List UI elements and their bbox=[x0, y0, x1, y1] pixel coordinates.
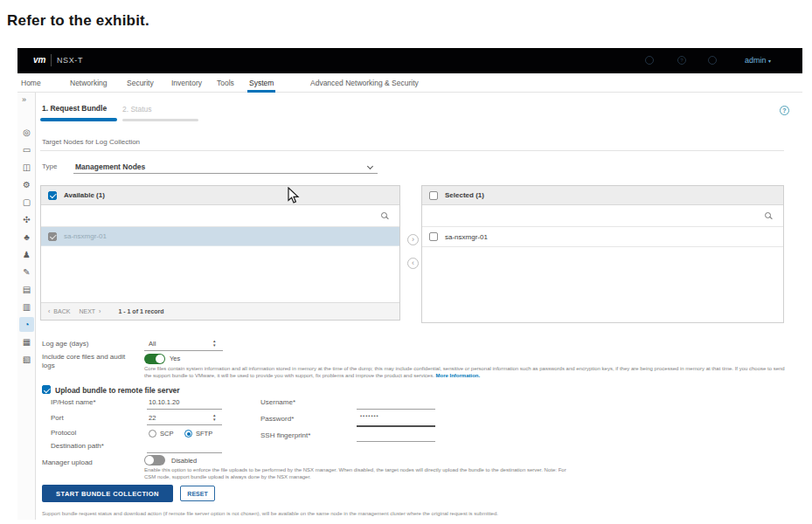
stepper-down-icon[interactable]: ▾ bbox=[213, 417, 216, 422]
port-stepper[interactable]: ▴ ▾ bbox=[213, 413, 216, 421]
get-started-icon[interactable]: ◫ bbox=[19, 160, 34, 175]
log-age-stepper[interactable]: ▴ ▾ bbox=[213, 339, 216, 347]
ip-host-underline bbox=[147, 409, 222, 410]
toggle-knob bbox=[156, 355, 164, 363]
product-name: NSX-T bbox=[57, 56, 83, 65]
ip-host-input[interactable]: 10.10.1.20 bbox=[149, 398, 179, 406]
support-bundle-icon[interactable]: ◔ bbox=[19, 317, 34, 332]
footer-note: Support bundle request status and downlo… bbox=[42, 511, 767, 516]
reset-button[interactable]: RESET bbox=[180, 486, 215, 501]
tab-advanced-networking-security[interactable]: Advanced Networking & Security bbox=[310, 73, 419, 93]
users-icon[interactable]: ♟ bbox=[19, 247, 34, 262]
protocol-scp-label: SCP bbox=[160, 430, 173, 438]
protocol-scp-radio[interactable] bbox=[149, 430, 156, 438]
overview-icon[interactable]: ◎ bbox=[19, 125, 34, 140]
customer-program-icon[interactable]: ▦ bbox=[19, 334, 34, 349]
selected-node-name: sa-nsxmgr-01 bbox=[445, 233, 488, 241]
destination-path-label: Destination path* bbox=[51, 442, 104, 450]
main-nav: Home Networking Security Inventory Tools… bbox=[17, 73, 802, 93]
available-search-input[interactable] bbox=[41, 205, 399, 227]
migrate-icon[interactable]: ▥ bbox=[19, 300, 34, 314]
backup-restore-icon[interactable]: ✎ bbox=[19, 265, 34, 279]
upgrade-icon[interactable]: ▤ bbox=[19, 282, 34, 297]
sidebar: » ◎ ▭ ◫ ⚙ ▢ ✣ ♣ ♟ ✎ ▤ ▥ ◔ ▦ ▧ bbox=[17, 93, 36, 520]
username-label: Username* bbox=[260, 398, 295, 406]
destination-path-input[interactable] bbox=[147, 452, 222, 453]
password-underline bbox=[357, 425, 435, 427]
log-age-input[interactable]: All bbox=[149, 340, 156, 348]
selected-panel: Selected (1) sa-nsxmgr-01 bbox=[421, 185, 784, 323]
move-left-button[interactable]: ‹ bbox=[407, 258, 419, 269]
manager-upload-label: Manager upload bbox=[42, 458, 93, 466]
protocol-sftp-label: SFTP bbox=[196, 430, 212, 438]
type-select[interactable]: Management Nodes bbox=[75, 162, 145, 171]
protocol-sftp-radio[interactable] bbox=[184, 430, 192, 438]
tab-home[interactable]: Home bbox=[21, 73, 41, 93]
selected-select-all-checkbox[interactable] bbox=[429, 191, 438, 200]
core-files-label: Include core files and audit logs bbox=[42, 353, 140, 371]
pager-next-button[interactable]: NEXT bbox=[79, 308, 95, 314]
tab-system[interactable]: System bbox=[249, 73, 274, 93]
available-panel: Available (1) sa-nsxmgr-01 ‹ BACK NEXT ›… bbox=[40, 185, 400, 321]
pager-back-button[interactable]: BACK bbox=[53, 308, 70, 314]
tab-networking[interactable]: Networking bbox=[70, 73, 108, 93]
more-information-link[interactable]: More Information. bbox=[436, 373, 481, 378]
available-select-all-checkbox[interactable] bbox=[48, 191, 57, 200]
ssh-fingerprint-input[interactable] bbox=[357, 441, 435, 442]
selected-panel-header: Selected (1) bbox=[422, 186, 783, 205]
start-bundle-collection-button[interactable]: START BUNDLE COLLECTION bbox=[42, 485, 173, 502]
notifications-icon[interactable] bbox=[708, 56, 717, 65]
settings-icon[interactable]: ▧ bbox=[19, 352, 34, 367]
pager-next-icon[interactable]: › bbox=[99, 308, 101, 314]
username-underline bbox=[357, 409, 435, 410]
move-right-button[interactable]: › bbox=[407, 234, 419, 245]
available-node-checkbox[interactable] bbox=[48, 232, 57, 241]
page-title: Refer to the exhibit. bbox=[7, 12, 149, 30]
step-request-bundle[interactable]: 1. Request Bundle bbox=[42, 104, 107, 113]
step-status[interactable]: 2. Status bbox=[122, 105, 152, 114]
identity-firewall-icon[interactable]: ✣ bbox=[19, 212, 34, 227]
core-files-toggle-state: Yes bbox=[170, 355, 180, 362]
selected-node-checkbox[interactable] bbox=[429, 232, 438, 241]
available-node-row[interactable]: sa-nsxmgr-01 bbox=[41, 227, 399, 246]
core-files-toggle[interactable] bbox=[144, 354, 165, 364]
tab-tools[interactable]: Tools bbox=[217, 73, 234, 93]
pager-prev-icon[interactable]: ‹ bbox=[48, 308, 50, 314]
sidebar-collapse-icon[interactable]: » bbox=[22, 95, 26, 104]
available-panel-title: Available (1) bbox=[64, 191, 105, 199]
page-help-icon[interactable]: ? bbox=[780, 106, 789, 115]
log-age-underline bbox=[144, 350, 223, 351]
manager-upload-toggle[interactable] bbox=[144, 455, 165, 465]
upload-remote-checkbox[interactable] bbox=[42, 385, 51, 394]
chevron-down-icon: ▾ bbox=[768, 59, 771, 64]
appliances-icon[interactable]: ▭ bbox=[19, 142, 34, 157]
certificates-icon[interactable]: ♣ bbox=[19, 230, 34, 245]
tab-inventory[interactable]: Inventory bbox=[171, 73, 202, 93]
stepper-down-icon[interactable]: ▾ bbox=[213, 343, 216, 348]
tab-security[interactable]: Security bbox=[127, 73, 154, 93]
available-panel-header: Available (1) bbox=[41, 186, 399, 205]
search-icon bbox=[765, 212, 771, 218]
user-menu[interactable]: admin ▾ bbox=[745, 56, 771, 65]
fabric-icon[interactable]: ⚙ bbox=[19, 177, 34, 192]
port-input[interactable]: 22 bbox=[149, 414, 156, 422]
selected-node-row[interactable]: sa-nsxmgr-01 bbox=[422, 227, 783, 247]
section-title: Target Nodes for Log Collection bbox=[42, 138, 140, 146]
type-select-underline bbox=[73, 173, 378, 174]
core-files-note: Core files contain system information an… bbox=[144, 366, 787, 379]
ip-host-label: IP/Host name* bbox=[51, 398, 96, 406]
logo-separator bbox=[51, 54, 52, 66]
help-icon[interactable]: ? bbox=[677, 56, 686, 65]
search-icon[interactable] bbox=[645, 56, 654, 65]
port-underline bbox=[147, 424, 222, 425]
masthead: vm NSX-T ? admin ▾ bbox=[17, 48, 802, 73]
password-input[interactable]: ••••••• bbox=[360, 413, 379, 418]
step-request-bundle-indicator bbox=[40, 118, 117, 121]
selected-search-input[interactable] bbox=[422, 205, 783, 227]
log-age-label: Log age (days) bbox=[42, 340, 88, 348]
type-label: Type bbox=[42, 162, 57, 170]
nsx-application-window: vm NSX-T ? admin ▾ Home Networking Secur… bbox=[17, 48, 802, 520]
service-deployments-icon[interactable]: ▢ bbox=[19, 195, 34, 210]
chevron-down-icon[interactable] bbox=[367, 163, 373, 169]
manager-upload-note: Enable this option to enforce the file u… bbox=[144, 467, 573, 480]
